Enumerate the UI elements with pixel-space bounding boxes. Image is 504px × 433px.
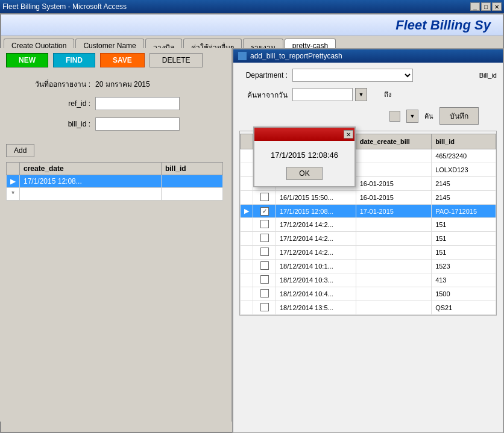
popup-title-bar: ✕ [254,128,354,141]
main-window: Fleet Billing Sy Create Quotation Custom… [0,13,504,433]
popup-dialog: ✕ 17/1/2015 12:08:46 OK [253,126,356,187]
popup-overlay: ✕ 17/1/2015 12:08:46 OK [0,0,504,433]
popup-message: 17/1/2015 12:08:46 [260,151,348,160]
popup-close-button[interactable]: ✕ [344,130,353,139]
popup-content: 17/1/2015 12:08:46 OK [254,141,354,186]
ok-button[interactable]: OK [286,167,322,180]
